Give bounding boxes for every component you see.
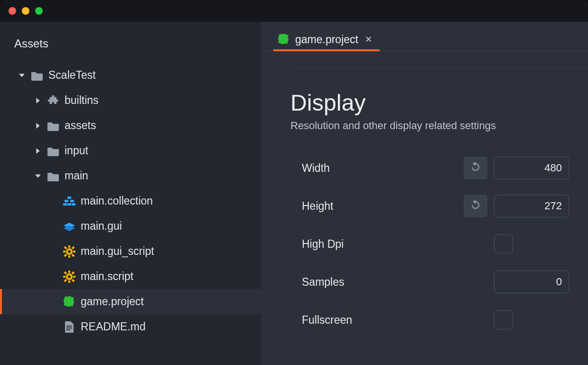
cog-icon (63, 245, 76, 258)
window-minimize-button[interactable] (22, 7, 29, 15)
tree-item-label: assets (65, 119, 96, 132)
window-zoom-button[interactable] (35, 7, 43, 15)
svg-line-13 (72, 247, 74, 249)
svg-line-23 (65, 280, 66, 281)
tree-item-main-gui-script[interactable]: main.gui_script (0, 239, 261, 264)
field-high_dpi: High Dpi (290, 225, 569, 263)
samples-input[interactable] (494, 271, 569, 293)
divider (290, 68, 588, 69)
svg-line-20 (65, 272, 66, 274)
tree-item-label: main.gui_script (81, 245, 154, 258)
tree-item-builtins[interactable]: builtins (0, 88, 261, 113)
tree-item-game-project[interactable]: game.project (0, 289, 261, 314)
tree-item-input[interactable]: input (0, 138, 261, 163)
svg-rect-2 (70, 200, 74, 202)
disclosure-arrow-down-icon[interactable] (18, 73, 26, 78)
display-section: Display Resolution and other display rel… (261, 90, 588, 339)
tree-item-label: game.project (81, 295, 144, 308)
app-window: Assets ScaleTestbuiltinsassetsinputmainm… (0, 0, 588, 365)
field-label: Width (290, 162, 457, 175)
project-icon (63, 295, 76, 309)
tree-item-label: main (65, 169, 88, 182)
tree-item-main-script[interactable]: main.script (0, 264, 261, 289)
app-body: Assets ScaleTestbuiltinsassetsinputmainm… (0, 22, 588, 365)
gui-icon (63, 220, 76, 233)
disclosure-arrow-down-icon[interactable] (34, 173, 42, 179)
assets-panel-title: Assets (0, 30, 261, 63)
folder-icon (30, 69, 44, 82)
spacer (464, 271, 487, 293)
collection-icon (63, 195, 76, 208)
fullscreen-checkbox[interactable] (494, 310, 513, 329)
editor-area: game.project✕ Display Resolution and oth… (261, 22, 588, 365)
disclosure-arrow-right-icon[interactable] (34, 98, 42, 103)
svg-rect-25 (66, 328, 72, 328)
field-label: Samples (290, 276, 457, 289)
tree-item-label: README.md (81, 320, 146, 333)
tree-item-readme-md[interactable]: README.md (0, 314, 261, 339)
tree-item-label: input (65, 144, 88, 157)
reset-button[interactable] (464, 195, 487, 217)
svg-rect-0 (67, 197, 71, 199)
puzzle-icon (47, 94, 60, 107)
svg-line-14 (65, 254, 66, 256)
undo-icon (469, 198, 482, 214)
field-samples: Samples (290, 263, 569, 301)
tree-item-label: ScaleTest (48, 69, 96, 82)
svg-line-22 (72, 272, 74, 274)
section-description: Resolution and other display related set… (290, 120, 569, 132)
disclosure-arrow-right-icon[interactable] (34, 123, 42, 129)
window-close-button[interactable] (9, 7, 16, 15)
field-height: Height (290, 187, 569, 225)
svg-rect-5 (72, 203, 75, 206)
field-fullscreen: Fullscreen (290, 301, 569, 339)
tab-game-project[interactable]: game.project✕ (273, 29, 380, 51)
close-icon[interactable]: ✕ (363, 34, 372, 45)
field-width: Width (290, 149, 569, 187)
section-fields: WidthHeightHigh DpiSamplesFullscreen (290, 149, 569, 339)
high_dpi-checkbox[interactable] (494, 234, 513, 253)
tab-label: game.project (295, 33, 358, 46)
svg-rect-24 (66, 326, 72, 327)
tree-item-label: builtins (65, 94, 99, 107)
tree-item-main-gui[interactable]: main.gui (0, 214, 261, 239)
tree-item-main[interactable]: main (0, 163, 261, 188)
editor-tabbar: game.project✕ (261, 22, 588, 51)
tree-item-scaletest[interactable]: ScaleTest (0, 63, 261, 88)
disclosure-arrow-right-icon[interactable] (34, 148, 42, 154)
svg-line-11 (65, 247, 66, 249)
assets-panel: Assets ScaleTestbuiltinsassetsinputmainm… (0, 22, 261, 365)
svg-point-6 (67, 249, 72, 254)
svg-rect-1 (65, 200, 68, 202)
field-label: High Dpi (290, 238, 487, 251)
svg-line-12 (72, 254, 74, 256)
reset-button[interactable] (464, 157, 487, 179)
project-icon (277, 33, 290, 46)
file-icon (63, 320, 76, 334)
svg-rect-26 (66, 329, 70, 330)
tree-item-label: main.gui (81, 220, 122, 233)
folder-icon (47, 119, 60, 132)
tree-item-label: main.script (81, 270, 133, 283)
editor-content[interactable]: Display Resolution and other display rel… (261, 51, 588, 365)
asset-tree: ScaleTestbuiltinsassetsinputmainmain.col… (0, 63, 261, 339)
undo-icon (469, 160, 482, 176)
width-input[interactable] (494, 157, 569, 179)
field-label: Height (290, 200, 457, 213)
tree-item-label: main.collection (81, 195, 153, 207)
folder-icon (47, 169, 60, 183)
folder-icon (47, 144, 60, 158)
svg-rect-3 (63, 203, 67, 206)
cog-icon (63, 270, 76, 283)
height-input[interactable] (494, 195, 569, 217)
svg-line-21 (72, 280, 74, 281)
svg-point-15 (67, 274, 72, 279)
field-label: Fullscreen (290, 314, 487, 327)
tree-item-assets[interactable]: assets (0, 113, 261, 138)
section-title: Display (290, 90, 569, 116)
titlebar (0, 0, 588, 22)
tree-item-main-collection[interactable]: main.collection (0, 188, 261, 214)
svg-rect-4 (67, 203, 71, 206)
